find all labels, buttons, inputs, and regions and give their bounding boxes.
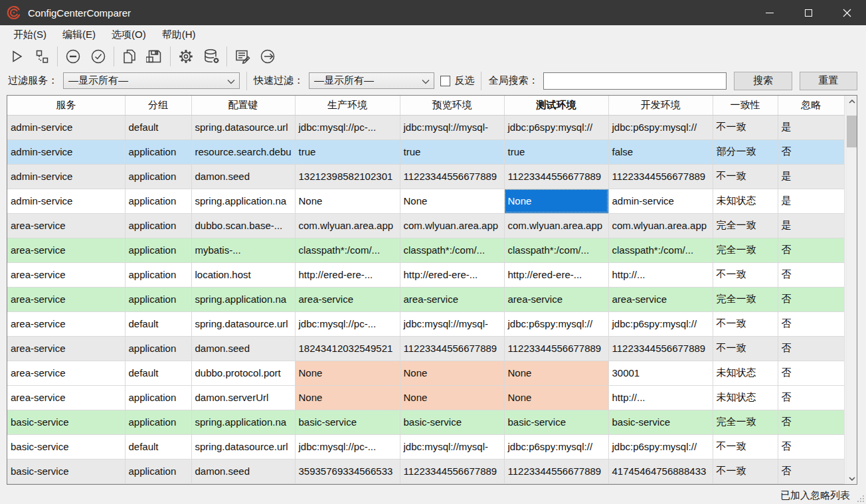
cell[interactable]: 完全一致 bbox=[713, 238, 778, 262]
cell[interactable]: mybatis-... bbox=[191, 238, 295, 262]
cell[interactable]: 否 bbox=[778, 385, 844, 410]
view-log-button[interactable] bbox=[230, 45, 255, 68]
cell[interactable]: 11223344556677889 bbox=[608, 336, 713, 361]
cell[interactable]: basic-service bbox=[608, 410, 713, 434]
cell[interactable]: jdbc:p6spy:mysql:// bbox=[608, 434, 713, 459]
vertical-scrollbar[interactable] bbox=[845, 96, 857, 484]
cell[interactable]: http://ered-ere-... bbox=[504, 262, 608, 287]
cell[interactable]: com.wlyuan.area.app bbox=[608, 213, 713, 238]
cell[interactable]: jdbc:p6spy:mysql:// bbox=[608, 115, 713, 139]
unignore-button[interactable] bbox=[86, 45, 111, 68]
database-settings-button[interactable] bbox=[199, 45, 224, 68]
cell[interactable]: false bbox=[608, 139, 713, 164]
cell[interactable]: http://... bbox=[608, 385, 713, 410]
cell[interactable]: 是 bbox=[778, 115, 844, 139]
cell[interactable]: application bbox=[125, 238, 191, 262]
cell[interactable]: 11223344556677889 bbox=[504, 336, 608, 361]
cell[interactable]: http://ered-ere-... bbox=[295, 262, 400, 287]
cell[interactable]: 不一致 bbox=[713, 459, 778, 483]
search-button[interactable]: 搜索 bbox=[734, 72, 792, 90]
cell[interactable]: classpath*:/com/... bbox=[608, 238, 713, 262]
cell[interactable]: 不一致 bbox=[713, 336, 778, 361]
cell[interactable]: 不一致 bbox=[713, 262, 778, 287]
cell[interactable]: 未知状态 bbox=[713, 361, 778, 385]
cell[interactable]: 完全一致 bbox=[713, 287, 778, 311]
cell[interactable]: classpath*:/com/... bbox=[295, 238, 400, 262]
scroll-up-button[interactable] bbox=[846, 96, 857, 107]
scrollbar-thumb[interactable] bbox=[847, 116, 857, 147]
cell[interactable]: 否 bbox=[778, 238, 844, 262]
save-button[interactable] bbox=[142, 45, 167, 68]
cell[interactable]: default bbox=[125, 361, 191, 385]
cell[interactable]: area-service bbox=[7, 262, 125, 287]
menu-start[interactable]: 开始(S) bbox=[5, 27, 54, 43]
cell[interactable]: http://ered-ere-... bbox=[400, 262, 504, 287]
cell[interactable]: None bbox=[295, 189, 400, 213]
cell[interactable]: area-service bbox=[608, 287, 713, 311]
cell[interactable]: 否 bbox=[778, 410, 844, 434]
cell[interactable]: true bbox=[504, 139, 608, 164]
cell[interactable]: None bbox=[295, 385, 400, 410]
cell[interactable]: default bbox=[125, 434, 191, 459]
cell[interactable]: 是 bbox=[778, 189, 844, 213]
cell[interactable]: jdbc:p6spy:mysql:// bbox=[608, 311, 713, 336]
settings-button[interactable] bbox=[173, 45, 199, 68]
cell[interactable]: spring.datasource.url bbox=[191, 115, 295, 139]
cell[interactable]: dubbo.scan.base-... bbox=[191, 213, 295, 238]
cell[interactable]: 是 bbox=[778, 213, 844, 238]
global-search-input[interactable] bbox=[543, 72, 727, 90]
cell[interactable]: default bbox=[125, 311, 191, 336]
cell[interactable]: dubbo.protocol.port bbox=[191, 361, 295, 385]
cell[interactable]: area-service bbox=[504, 287, 608, 311]
cell[interactable]: spring.application.na bbox=[191, 287, 295, 311]
reset-button[interactable]: 重置 bbox=[800, 72, 857, 90]
cell[interactable]: None bbox=[504, 189, 608, 213]
cell[interactable]: application bbox=[125, 410, 191, 434]
cell[interactable]: area-service bbox=[7, 238, 125, 262]
cell[interactable]: application bbox=[125, 139, 191, 164]
cell[interactable]: default bbox=[125, 115, 191, 139]
cell[interactable]: area-service bbox=[295, 287, 400, 311]
cell[interactable]: com.wlyuan.area.app bbox=[504, 213, 608, 238]
column-header[interactable]: 忽略 bbox=[778, 96, 844, 115]
compare-structure-button[interactable] bbox=[29, 45, 54, 68]
cell[interactable]: admin-service bbox=[7, 164, 125, 189]
cell[interactable]: application bbox=[125, 385, 191, 410]
cell[interactable]: area-service bbox=[7, 336, 125, 361]
cell[interactable]: 否 bbox=[778, 287, 844, 311]
cell[interactable]: 部分一致 bbox=[713, 139, 778, 164]
cell[interactable]: 否 bbox=[778, 434, 844, 459]
quick-filter-dropdown[interactable]: —显示所有— bbox=[309, 72, 434, 89]
cell[interactable]: damon.seed bbox=[191, 336, 295, 361]
cell[interactable]: jdbc:mysql://mysql- bbox=[400, 115, 504, 139]
cell[interactable]: http://... bbox=[608, 262, 713, 287]
cell[interactable]: 否 bbox=[778, 262, 844, 287]
cell[interactable]: area-service bbox=[7, 213, 125, 238]
cell[interactable]: area-service bbox=[7, 311, 125, 336]
cell[interactable]: basic-service bbox=[295, 410, 400, 434]
cell[interactable]: None bbox=[400, 189, 504, 213]
cell[interactable]: 完全一致 bbox=[713, 410, 778, 434]
cell[interactable]: jdbc:p6spy:mysql:// bbox=[504, 311, 608, 336]
invert-checkbox[interactable] bbox=[440, 76, 451, 86]
cell[interactable]: com.wlyuan.area.app bbox=[400, 213, 504, 238]
cell[interactable]: admin-service bbox=[7, 189, 125, 213]
cell[interactable]: application bbox=[125, 213, 191, 238]
cell[interactable]: damon.seed bbox=[191, 459, 295, 483]
menu-options[interactable]: 选项(O) bbox=[104, 27, 154, 43]
cell[interactable]: 18243412032549521 bbox=[295, 336, 400, 361]
menu-help[interactable]: 帮助(H) bbox=[154, 27, 204, 43]
cell[interactable]: area-service bbox=[7, 385, 125, 410]
cell[interactable]: jdbc:mysql://pc-... bbox=[295, 115, 400, 139]
copy-button[interactable] bbox=[117, 45, 142, 68]
cell[interactable]: 13212398582102301 bbox=[295, 164, 400, 189]
cell[interactable]: None bbox=[504, 385, 608, 410]
cell[interactable]: 35935769334566533 bbox=[295, 459, 400, 483]
cell[interactable]: true bbox=[295, 139, 400, 164]
column-header[interactable]: 服务 bbox=[7, 96, 125, 115]
cell[interactable]: com.wlyuan.area.app bbox=[295, 213, 400, 238]
cell[interactable]: basic-service bbox=[7, 434, 125, 459]
ignore-button[interactable] bbox=[60, 45, 86, 68]
column-header[interactable]: 开发环境 bbox=[608, 96, 713, 115]
cell[interactable]: basic-service bbox=[7, 459, 125, 483]
